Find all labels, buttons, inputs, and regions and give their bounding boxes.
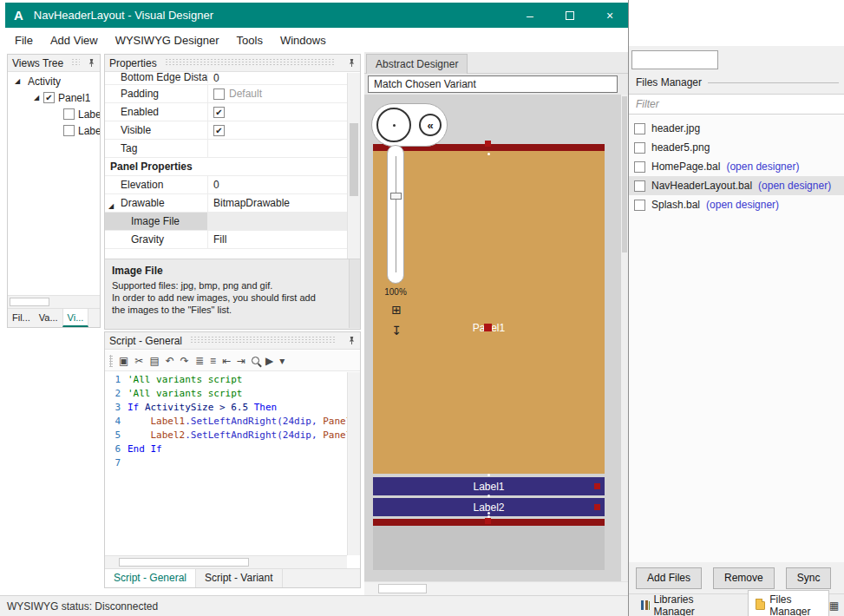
pin-icon[interactable] <box>348 336 356 345</box>
run-icon[interactable]: ▶ <box>265 356 273 366</box>
sync-button[interactable]: Sync <box>786 567 832 589</box>
property-row-tag[interactable]: Tag <box>105 140 347 158</box>
property-value[interactable]: 0 <box>207 73 347 83</box>
scroll-down-icon[interactable] <box>348 543 360 555</box>
help-vscrollbar[interactable] <box>349 259 360 328</box>
selection-handle[interactable] <box>484 324 492 331</box>
tree-node-activity[interactable]: ◢Activity <box>8 73 100 89</box>
drag-grip[interactable] <box>71 59 80 67</box>
scroll-left-icon[interactable] <box>364 582 376 595</box>
designer-canvas[interactable]: Panel1 Label1 Label2 <box>364 95 621 581</box>
views-panel-tab-fil[interactable]: Fil... <box>8 309 35 327</box>
scroll-up-icon[interactable] <box>348 372 360 384</box>
selection-handle[interactable] <box>485 518 491 524</box>
file-row-homepage-bal[interactable]: HomePage.bal(open designer) <box>629 157 844 176</box>
maximize-button[interactable] <box>555 3 585 28</box>
tab-script-variant[interactable]: Script - Variant <box>196 569 282 587</box>
menu-file[interactable]: File <box>7 29 41 51</box>
property-row-image-file[interactable]: Image File <box>105 213 347 231</box>
scrollbar-thumb[interactable] <box>622 96 627 252</box>
checkbox[interactable] <box>213 88 225 100</box>
drag-grip[interactable] <box>190 337 336 344</box>
collapse-nav-button[interactable]: « <box>419 114 442 136</box>
code-text[interactable]: If ActivitySize > 6.5 Then <box>128 402 277 413</box>
property-row-elevation[interactable]: Elevation0 <box>105 176 347 194</box>
file-row-header5-png[interactable]: header5.png <box>629 138 844 157</box>
panel1-view[interactable] <box>373 151 605 474</box>
property-value[interactable] <box>207 213 347 230</box>
open-designer-link[interactable]: (open designer) <box>758 180 831 192</box>
property-row-bottom-edge-distance[interactable]: Bottom Edge Distance0 <box>105 73 347 85</box>
redo-icon[interactable]: ↷ <box>180 356 189 366</box>
open-designer-link[interactable]: (open designer) <box>706 199 779 211</box>
minimize-button[interactable]: – <box>515 3 545 28</box>
tab-abstract-designer[interactable]: Abstract Designer <box>366 54 468 74</box>
copy-icon[interactable]: ▣ <box>119 356 128 366</box>
views-panel-tab-vi[interactable]: Vi... <box>62 309 89 327</box>
tree-node-label2[interactable]: Label2 <box>8 122 100 139</box>
drag-grip[interactable] <box>165 59 336 67</box>
label1-view[interactable]: Label1 <box>373 477 605 495</box>
selection-handle[interactable] <box>594 504 600 510</box>
property-row-drawable[interactable]: ◢DrawableBitmapDrawable <box>105 194 347 213</box>
tab-script-general[interactable]: Script - General <box>105 569 196 587</box>
tree-node-panel1[interactable]: ◢✔Panel1 <box>8 89 100 106</box>
remove-button[interactable]: Remove <box>713 567 775 589</box>
scroll-left-icon[interactable] <box>105 556 117 568</box>
checkbox[interactable]: ✔ <box>43 92 55 103</box>
close-button[interactable]: × <box>595 3 625 28</box>
views-panel-tab-va[interactable]: Va... <box>35 309 62 327</box>
scroll-right-icon[interactable] <box>616 582 628 595</box>
checkbox[interactable]: ✔ <box>213 107 225 118</box>
checkbox[interactable] <box>634 142 645 154</box>
code-hscrollbar[interactable] <box>105 555 347 568</box>
property-value[interactable]: Fill <box>207 231 347 248</box>
scrollbar-thumb[interactable] <box>378 584 427 593</box>
file-row-navheaderlayout-bal[interactable]: NavHeaderLayout.bal(open designer) <box>629 176 844 195</box>
drag-grip[interactable] <box>109 355 113 367</box>
pin-icon[interactable] <box>348 58 356 68</box>
property-row-enabled[interactable]: Enabled✔ <box>105 103 347 121</box>
pan-circle[interactable] <box>376 108 411 142</box>
paste-icon[interactable]: ▤ <box>149 356 159 366</box>
menu-wysiwyg-designer[interactable]: WYSIWYG Designer <box>108 29 227 51</box>
properties-vscrollbar[interactable] <box>347 73 360 259</box>
search-icon[interactable] <box>252 357 259 364</box>
selection-handle[interactable] <box>594 483 600 489</box>
scroll-right-icon[interactable] <box>335 556 347 568</box>
outdent-icon[interactable]: ⇤ <box>222 356 231 366</box>
menu-tools[interactable]: Tools <box>229 29 271 51</box>
tab-files-manager[interactable]: Files Manager <box>748 590 829 616</box>
tab-libraries-manager[interactable]: Libraries Manager <box>634 591 727 616</box>
code-text[interactable]: 'All variants script <box>128 374 242 385</box>
code-editor[interactable]: 1'All variants script2'All variants scri… <box>105 372 347 555</box>
selection-handle[interactable] <box>485 141 491 147</box>
undo-icon[interactable]: ↶ <box>166 356 174 366</box>
file-row-splash-bal[interactable]: Splash.bal(open designer) <box>629 195 844 214</box>
scrollbar-thumb[interactable] <box>119 558 249 567</box>
filter-input[interactable] <box>629 94 844 115</box>
canvas-vscrollbar[interactable] <box>621 95 628 581</box>
property-value[interactable]: 0 <box>207 176 347 193</box>
add-files-button[interactable]: Add Files <box>636 567 702 589</box>
scroll-down-icon[interactable] <box>348 246 360 259</box>
expander-icon[interactable]: ◢ <box>15 77 24 85</box>
comment-icon[interactable]: ≣ <box>195 356 204 366</box>
property-value[interactable]: ✔ <box>207 121 347 139</box>
property-row-padding[interactable]: PaddingDefault <box>105 85 347 103</box>
import-image-button[interactable]: ↧ <box>388 322 405 339</box>
code-text[interactable]: Label1.SetLeftAndRight(24dip, Panel1.Wi <box>128 416 347 427</box>
slider-handle[interactable] <box>390 193 402 200</box>
code-vscrollbar[interactable] <box>347 372 360 555</box>
checkbox[interactable] <box>63 108 75 120</box>
scroll-down-icon[interactable] <box>350 316 360 328</box>
checkbox[interactable] <box>634 200 645 211</box>
canvas-hscrollbar[interactable] <box>364 581 628 595</box>
cut-icon[interactable]: ✂ <box>134 356 143 366</box>
scroll-right-icon[interactable] <box>88 296 100 308</box>
code-text[interactable]: 'All variants script <box>128 388 242 399</box>
tree-node-label1[interactable]: Label1 <box>8 106 100 122</box>
uncomment-icon[interactable]: ≡ <box>210 356 216 366</box>
menu-windows[interactable]: Windows <box>272 29 334 51</box>
menu-grid-icon[interactable]: ▦ <box>829 600 839 612</box>
